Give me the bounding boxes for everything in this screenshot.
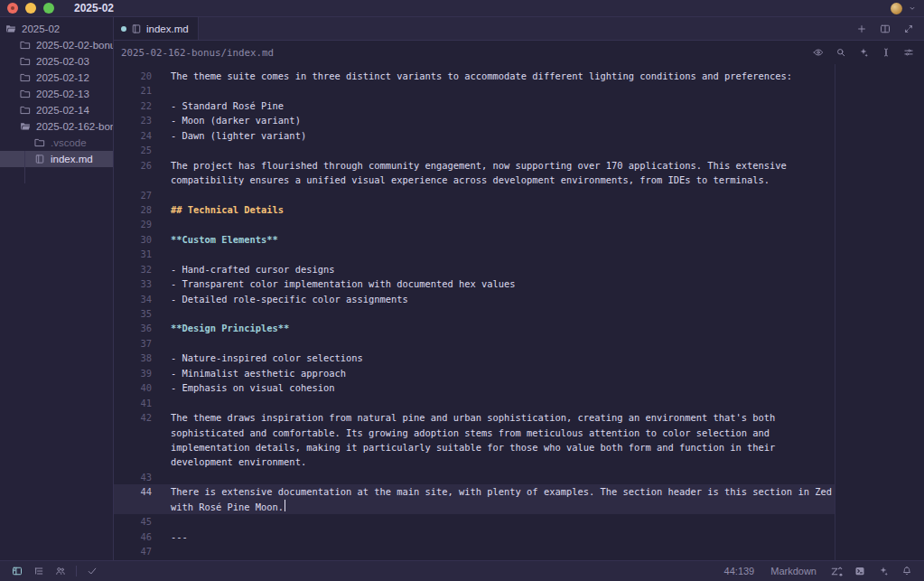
editor-row[interactable]: 20The theme suite comes in three distinc… (114, 69, 924, 83)
editor-row[interactable]: 45 (114, 514, 924, 529)
editor-row[interactable]: 21 (114, 83, 924, 98)
people-icon (55, 566, 66, 576)
editor-row[interactable]: 25 (114, 143, 924, 157)
editor-row[interactable]: 43 (114, 470, 924, 484)
tab-index.md[interactable]: index.md (114, 17, 199, 40)
code-line: with Rosé Pine Moon. (171, 500, 284, 514)
terminal-icon (854, 566, 865, 576)
sidebar-item-label: index.md (51, 154, 93, 164)
editor[interactable]: 20The theme suite comes in three distinc… (114, 64, 924, 560)
editor-row[interactable]: 27 (114, 188, 924, 202)
code-line: **Custom Elements** (171, 232, 278, 247)
project-panel-toggle[interactable] (7, 562, 27, 580)
sidebar-item-2025-02-13[interactable]: 2025-02-13 (0, 86, 113, 102)
sidebar-item-label: .vscode (51, 137, 87, 148)
line-number: 44 (114, 484, 152, 499)
folder-icon (20, 89, 31, 99)
editor-row[interactable]: implementation details, making it partic… (114, 440, 924, 454)
editor-row[interactable]: 39- Minimalist aesthetic approach (114, 366, 924, 380)
chevron-down-icon[interactable] (908, 4, 917, 13)
editor-row[interactable]: 33- Transparent color implementation wit… (114, 276, 924, 291)
sidebar-item-label: 2025-02 (22, 23, 60, 34)
notifications-toggle[interactable] (897, 562, 917, 580)
project-panel: 2025-022025-02-02-bonus2025-02-032025-02… (0, 17, 114, 560)
line-number: 34 (114, 292, 152, 306)
code-line: There is extensive documentation at the … (171, 484, 832, 499)
sidebar-item-2025-02-14[interactable]: 2025-02-14 (0, 102, 113, 118)
sidebar-item-label: 2025-02-03 (36, 56, 89, 67)
editor-row[interactable]: 32- Hand-crafted cursor designs (114, 262, 924, 276)
language-selector[interactable]: Markdown (764, 566, 823, 576)
editor-row[interactable]: 42The theme draws inspiration from natur… (114, 410, 924, 425)
inline-assist-button[interactable] (854, 43, 873, 61)
assistant-panel-toggle[interactable] (873, 562, 893, 580)
code-line: - Detailed role-specific color assignmen… (171, 292, 408, 306)
zoom-pane-button[interactable] (899, 20, 919, 38)
collab-panel-toggle[interactable] (51, 562, 70, 580)
editor-row[interactable]: 31 (114, 247, 924, 261)
editor-row[interactable]: 35 (114, 306, 924, 321)
line-number: 29 (114, 217, 152, 231)
panel-left-icon (12, 566, 23, 576)
editor-controls-button[interactable] (899, 43, 919, 61)
code-line: - Emphasis on visual cohesion (171, 380, 334, 395)
editor-row[interactable]: 41 (114, 396, 924, 410)
sidebar-item-index.md[interactable]: index.md (0, 151, 113, 167)
editor-row[interactable]: 46--- (114, 529, 924, 544)
editor-row[interactable]: compatibility ensures a unified visual e… (114, 173, 924, 187)
editor-row[interactable]: 44There is extensive documentation at th… (114, 484, 924, 499)
editor-row[interactable]: 30**Custom Elements** (114, 232, 924, 247)
code-line: The theme draws inspiration from natural… (171, 410, 775, 425)
editor-row[interactable]: 34- Detailed role-specific color assignm… (114, 292, 924, 306)
editor-row[interactable]: 37 (114, 336, 924, 351)
close-window-button[interactable] (7, 3, 18, 14)
line-number (114, 454, 152, 469)
line-number (114, 500, 152, 514)
sparkles-icon (878, 566, 889, 576)
markdown-preview-button[interactable] (808, 43, 828, 61)
text-selection-button[interactable] (876, 43, 896, 61)
editor-row[interactable]: 36**Design Principles** (114, 321, 924, 335)
line-number: 42 (114, 410, 152, 425)
editor-row[interactable]: development environment. (114, 454, 924, 469)
editor-row[interactable]: 38- Nature-inspired color selections (114, 351, 924, 365)
editor-row[interactable]: 24- Dawn (lighter variant) (114, 128, 924, 143)
folder-icon (20, 40, 31, 51)
diagnostics-button[interactable] (82, 562, 102, 580)
user-avatar[interactable] (891, 3, 902, 14)
zoom-window-button[interactable] (43, 3, 54, 14)
cursor-position[interactable]: 44:139 (718, 566, 761, 576)
editor-row[interactable]: 40- Emphasis on visual cohesion (114, 380, 924, 395)
editor-row[interactable]: 29 (114, 217, 924, 231)
editor-row[interactable]: sophisticated and comfortable. Its growi… (114, 426, 924, 440)
line-number: 28 (114, 202, 152, 217)
editor-row[interactable]: 22- Standard Rosé Pine (114, 98, 924, 113)
buffer-search-button[interactable] (831, 43, 851, 61)
edit-prediction-toggle[interactable] (826, 562, 846, 580)
split-pane-button[interactable] (875, 20, 895, 38)
editor-row[interactable]: with Rosé Pine Moon. (114, 500, 924, 514)
line-number: 39 (114, 366, 152, 380)
sparkles-icon (858, 47, 869, 58)
line-number: 33 (114, 276, 152, 291)
line-number: 27 (114, 188, 152, 202)
editor-row[interactable]: 23- Moon (darker variant) (114, 113, 924, 127)
editor-row[interactable]: 47 (114, 544, 924, 558)
outline-panel-toggle[interactable] (29, 562, 49, 580)
sidebar-item-2025-02-03[interactable]: 2025-02-03 (0, 53, 113, 70)
minimize-window-button[interactable] (25, 3, 36, 14)
terminal-panel-toggle[interactable] (850, 562, 870, 580)
indent-guide (24, 151, 25, 183)
new-button[interactable] (852, 20, 872, 38)
editor-row[interactable]: 26The project has flourished through com… (114, 158, 924, 173)
breadcrumb[interactable]: 2025-02-162-bonus/index.md (121, 47, 274, 59)
sidebar-item-vscode[interactable]: .vscode (0, 135, 113, 151)
sidebar-item-2025-02-162-bonus[interactable]: 2025-02-162-bonus (0, 118, 113, 135)
sidebar-item-2025-02-02-bonus[interactable]: 2025-02-02-bonus (0, 37, 113, 53)
code-line: The theme suite comes in three distinct … (171, 69, 792, 83)
editor-row[interactable]: 28## Technical Details (114, 202, 924, 217)
split-icon (880, 23, 891, 34)
tab-bar: index.md (114, 17, 924, 41)
sidebar-item-2025-02-12[interactable]: 2025-02-12 (0, 70, 113, 86)
sidebar-item-2025-02[interactable]: 2025-02 (0, 21, 113, 37)
